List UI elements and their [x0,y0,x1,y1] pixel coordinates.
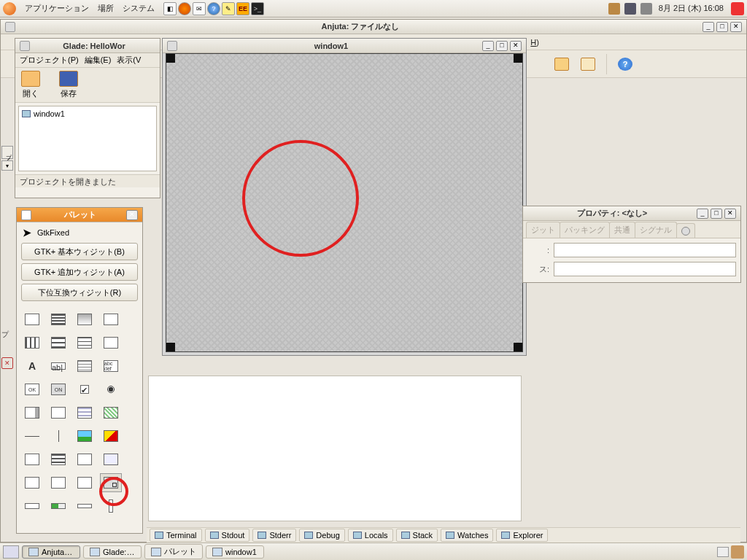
widget-iconview-icon[interactable] [100,403,122,422]
widget-hbox-icon[interactable] [21,333,43,352]
resize-handle-tr[interactable] [514,54,522,63]
designer-close-button[interactable]: ✕ [510,41,522,51]
designer-min-button[interactable]: _ [482,41,494,51]
widget-hscale-icon[interactable] [74,497,96,516]
task-anjuta[interactable]: Anjuta… [22,545,80,559]
task-window1[interactable]: window1 [206,545,264,559]
widget-button-ok-icon[interactable]: OK [21,380,43,399]
widget-label-icon[interactable]: A [21,357,43,376]
apps-menu[interactable]: アプリケーション [25,3,89,14]
task-palette[interactable]: パレット [144,544,203,559]
tab-stdout[interactable]: Stdout [205,529,250,542]
tab-stderr[interactable]: Stderr [252,529,296,542]
glade-open-button[interactable]: 開く [21,71,40,99]
widget-entry-icon[interactable]: ab| [47,357,69,376]
widget-dialog-icon[interactable] [100,310,122,329]
toolbar-doc-button[interactable] [577,53,599,75]
widget-progressbar-icon[interactable] [47,497,69,516]
glade-window-list[interactable]: window1 [18,106,157,171]
palette-titlebar[interactable]: パレット ✕ [17,208,142,222]
widget-toolbar-icon[interactable] [74,310,96,329]
task-glade[interactable]: Glade:… [83,545,142,559]
widget-statusbar-icon[interactable] [21,497,43,516]
ee-icon[interactable]: EE [236,2,249,15]
widget-vsep-icon[interactable] [47,427,69,446]
places-menu[interactable]: 場所 [98,3,114,14]
resize-handle-bl[interactable] [166,343,175,351]
palette-close-button[interactable]: ✕ [126,210,138,220]
firefox-icon[interactable] [178,2,191,15]
tab-locals[interactable]: Locals [348,529,393,542]
widget-drawingarea-icon[interactable] [100,427,122,446]
help-icon[interactable]: ? [207,2,220,15]
left-pane-tab[interactable]: プ [1,146,13,159]
trash-icon[interactable] [731,545,744,559]
power-button-icon[interactable] [731,2,744,15]
widget-hsep-icon[interactable] [21,427,43,446]
toolbar-folder-button[interactable] [551,53,573,75]
prop-tab-signals[interactable]: シグナル [635,222,677,238]
widget-combo-icon[interactable]: abcdef [100,357,122,376]
widget-vpaned-icon[interactable] [47,473,69,492]
widget-handlebox-icon[interactable] [74,473,96,492]
widget-vscale-icon[interactable] [100,497,122,516]
designer-canvas[interactable] [166,53,523,352]
properties-close-button[interactable]: ✕ [724,209,736,219]
widget-fixed-icon[interactable] [100,473,122,492]
palette-btn-extra[interactable]: GTK+ 追加ウィジット(A) [21,263,138,281]
update-icon[interactable] [608,3,620,15]
glade-menu-view[interactable]: 表示(V [117,55,141,66]
palette-btn-basic[interactable]: GTK+ 基本ウィジット(B) [21,243,138,260]
workspace-switcher[interactable] [717,547,729,557]
properties-titlebar[interactable]: プロパティ: <なし> _ □ ✕ [523,206,740,221]
widget-hpaned-icon[interactable] [21,473,43,492]
designer-max-button[interactable]: □ [496,41,508,51]
resize-handle-tl[interactable] [166,54,175,63]
resize-handle-br[interactable] [514,343,522,351]
widget-window-icon[interactable] [21,310,43,329]
clock[interactable]: 8月 2日 (木) 16:08 [659,3,724,14]
widget-filechooser-icon[interactable] [21,450,43,469]
editor-area[interactable] [148,376,522,521]
notes-icon[interactable]: ✎ [222,2,235,15]
mail-icon[interactable]: ✉ [193,2,206,15]
glade-menu-project[interactable]: プロジェクト(P) [20,55,79,66]
widget-notebook-icon[interactable] [100,333,122,352]
list-item[interactable]: window1 [22,109,153,118]
widget-menubar-icon[interactable] [47,310,69,329]
widget-spin-icon[interactable] [21,403,43,422]
widget-table-icon[interactable] [74,333,96,352]
widget-vbox-icon[interactable] [47,333,69,352]
prop-class-input[interactable] [554,262,736,276]
prop-tab-widget[interactable]: ジット [526,222,560,238]
tab-stack[interactable]: Stack [396,529,438,542]
tab-debug[interactable]: Debug [299,529,344,542]
widget-toggle-icon[interactable]: ON [47,380,69,399]
anjuta-titlebar[interactable]: Anjuta: ファイルなし _ □ ✕ [1,20,746,34]
prop-tab-packing[interactable]: パッキング [560,222,610,238]
widget-expander-icon[interactable] [47,450,69,469]
widget-textview-icon[interactable] [74,357,96,376]
menu-help[interactable]: H) [530,38,539,47]
widget-image-icon[interactable] [74,427,96,446]
prop-name-input[interactable] [554,243,736,257]
system-menu[interactable]: システム [123,3,155,14]
pointer-icon[interactable]: ➤ [23,227,31,238]
widget-frame-icon[interactable] [47,403,69,422]
glade-titlebar[interactable]: Glade: HelloWor [15,39,160,53]
toolbar-help-button[interactable]: ? [614,53,636,75]
left-pane-dropdown[interactable]: ▾ [1,160,13,171]
prop-tab-common[interactable]: 共通 [609,222,635,238]
minimize-button[interactable]: _ [703,22,714,32]
properties-max-button[interactable]: □ [711,209,722,219]
network-icon[interactable] [624,3,636,15]
widget-treeview-icon[interactable] [74,403,96,422]
designer-titlebar[interactable]: window1 _ □ ✕ [163,39,526,53]
tab-watches[interactable]: Watches [441,529,493,542]
close-button[interactable]: ✕ [730,22,742,32]
glade-menu-edit[interactable]: 編集(E) [85,55,112,66]
widget-viewport-icon[interactable] [100,450,122,469]
show-desktop-button[interactable] [3,545,19,559]
palette-btn-compat[interactable]: 下位互換ウィジット(R) [21,284,138,301]
maximize-button[interactable]: □ [716,22,728,32]
